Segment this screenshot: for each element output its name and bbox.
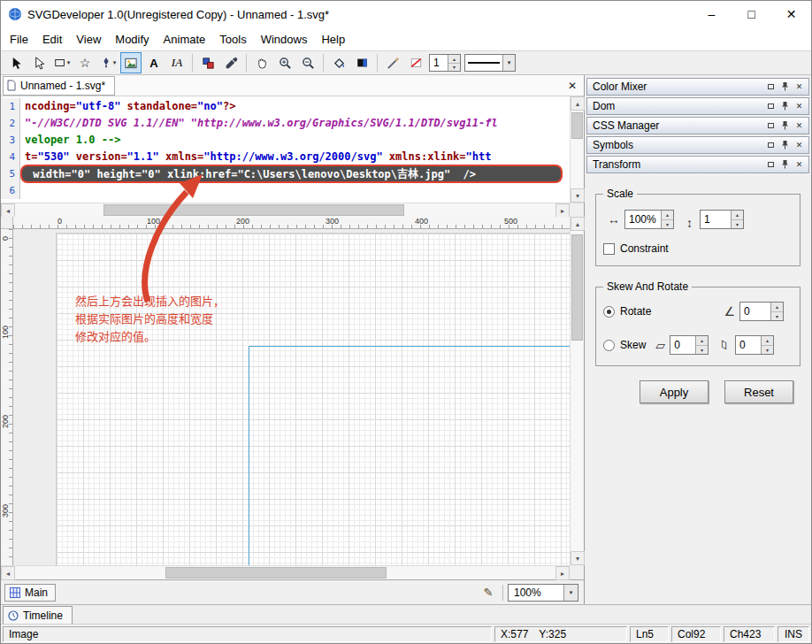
scale-y-value[interactable]: 1 (701, 211, 731, 228)
canvas-vscroll-thumb[interactable] (571, 234, 583, 341)
code-vscrollbar[interactable]: ▴ ▾ (570, 96, 584, 203)
spin-up-button[interactable]: ▴ (662, 211, 673, 219)
fill-swatch-button[interactable] (351, 52, 372, 73)
code-line-5[interactable]: 5 width="0" height="0" xlink:href="C:\Us… (1, 165, 570, 182)
canvas-viewport[interactable] (13, 229, 570, 565)
stroke-width-spinner[interactable]: 1 ▴ ▾ (429, 54, 461, 72)
code-hscroll-thumb[interactable] (103, 204, 404, 216)
menu-item-file[interactable]: File (3, 30, 35, 49)
panel-header-transform[interactable]: Transform✕ (586, 156, 809, 173)
menu-item-animate[interactable]: Animate (157, 30, 213, 49)
panel-close-button[interactable]: ✕ (793, 81, 805, 93)
panel-pin-button[interactable] (779, 159, 791, 171)
panel-header-color-mixer[interactable]: Color Mixer✕ (586, 78, 809, 96)
maximize-button[interactable]: □ (732, 1, 771, 27)
menu-item-edit[interactable]: Edit (35, 30, 69, 49)
code-line-2[interactable]: 2"-//W3C//DTD SVG 1.1//EN" "http://www.w… (1, 115, 570, 132)
apply-button[interactable]: Apply (640, 380, 709, 403)
direct-select-tool-button[interactable] (28, 52, 50, 73)
canvas-hscroll-thumb[interactable] (165, 567, 387, 579)
skew-y-spinner[interactable]: 0 ▴▾ (735, 335, 774, 355)
scroll-down-button[interactable]: ▾ (571, 551, 585, 565)
scale-x-spinner[interactable]: 100% ▴▾ (624, 210, 674, 229)
panel-close-button[interactable]: ✕ (793, 159, 805, 171)
code-line-4[interactable]: 4t="530" version="1.1" xmlns="http://www… (1, 149, 570, 165)
panel-restore-button[interactable] (765, 81, 777, 93)
panel-pin-button[interactable] (779, 81, 791, 93)
document-close-button[interactable]: ✕ (561, 80, 584, 92)
spin-up-button[interactable]: ▴ (771, 303, 783, 311)
constraint-checkbox[interactable] (603, 243, 615, 255)
skew-x-value[interactable]: 0 (670, 336, 695, 354)
panel-restore-button[interactable] (765, 101, 777, 112)
scroll-right-button[interactable]: ▸ (555, 566, 570, 580)
image-tool-button[interactable] (120, 52, 142, 73)
scroll-down-button[interactable]: ▾ (571, 188, 585, 203)
select-tool-button[interactable] (5, 52, 27, 73)
reset-button[interactable]: Reset (724, 380, 793, 403)
spin-up-button[interactable]: ▴ (696, 336, 708, 345)
code-line-6[interactable]: 6 (1, 182, 570, 199)
line-style-combo[interactable]: ▾ (464, 54, 516, 72)
scroll-left-button[interactable]: ◂ (1, 566, 15, 580)
scroll-right-button[interactable]: ▸ (555, 203, 570, 218)
spin-down-button[interactable]: ▾ (696, 345, 708, 355)
canvas-hscroll-track[interactable] (15, 566, 555, 579)
canvas-vscrollbar[interactable]: ▴ ▾ (570, 217, 584, 565)
code-lines[interactable]: 1ncoding="utf-8" standalone="no"?>2"-//W… (1, 96, 570, 203)
code-vscroll-thumb[interactable] (571, 112, 583, 139)
zoom-value[interactable]: 100% (509, 586, 563, 599)
skew-radio[interactable] (603, 340, 615, 351)
zoom-combo[interactable]: 100% ▾ (508, 584, 578, 602)
minimize-button[interactable]: – (692, 1, 732, 27)
zoom-in-tool-button[interactable] (274, 52, 295, 73)
spin-down-button[interactable]: ▾ (771, 311, 783, 321)
panel-pin-button[interactable] (779, 140, 791, 151)
code-editor[interactable]: 1ncoding="utf-8" standalone="no"?>2"-//W… (1, 96, 584, 203)
code-vscroll-track[interactable] (571, 111, 584, 188)
skew-x-spinner[interactable]: 0 ▴▾ (670, 335, 709, 355)
color-swap-tool-button[interactable] (197, 52, 218, 73)
spin-up-button[interactable]: ▴ (762, 336, 773, 345)
star-tool-button[interactable]: ☆ (74, 52, 96, 73)
canvas-hscrollbar[interactable]: ◂ ▸ (1, 565, 570, 579)
rotate-spinner[interactable]: 0 ▴▾ (739, 302, 784, 321)
eyedropper-tool-button[interactable] (220, 52, 241, 73)
panel-header-symbols[interactable]: Symbols✕ (586, 136, 809, 154)
stroke-swatch-button[interactable] (405, 52, 426, 73)
italic-text-tool-button[interactable]: IA (166, 52, 188, 73)
menu-item-help[interactable]: Help (314, 30, 352, 49)
canvas-vscroll-track[interactable] (571, 231, 584, 551)
scroll-up-button[interactable]: ▴ (571, 217, 585, 231)
spin-up-button[interactable]: ▴ (448, 55, 460, 63)
spin-up-button[interactable]: ▴ (732, 211, 743, 219)
code-line-1[interactable]: 1ncoding="utf-8" standalone="no"?> (1, 98, 570, 115)
panel-restore-button[interactable] (765, 159, 777, 171)
stroke-pencil-button[interactable] (382, 52, 403, 73)
close-button[interactable]: ✕ (771, 1, 811, 27)
rotate-value[interactable]: 0 (740, 303, 770, 320)
hand-tool-button[interactable] (251, 52, 272, 73)
zoom-out-tool-button[interactable] (297, 52, 318, 73)
menu-item-windows[interactable]: Windows (254, 30, 315, 49)
panel-close-button[interactable]: ✕ (793, 140, 805, 151)
scroll-up-button[interactable]: ▴ (571, 96, 585, 111)
code-hscroll-track[interactable] (15, 203, 555, 217)
panel-close-button[interactable]: ✕ (793, 120, 805, 132)
panel-header-css-manager[interactable]: CSS Manager✕ (586, 117, 809, 134)
main-view-tab[interactable]: Main (4, 584, 56, 602)
spin-down-button[interactable]: ▾ (448, 63, 460, 72)
rect-tool-button[interactable]: ▾ (51, 52, 73, 73)
panel-restore-button[interactable] (765, 140, 777, 151)
scroll-left-button[interactable]: ◂ (1, 203, 15, 218)
spin-down-button[interactable]: ▾ (732, 219, 743, 229)
text-tool-button[interactable]: A (143, 52, 165, 73)
panel-header-dom[interactable]: Dom✕ (586, 97, 809, 115)
menu-item-modify[interactable]: Modify (108, 30, 156, 49)
menu-item-tools[interactable]: Tools (212, 30, 253, 49)
spin-down-button[interactable]: ▾ (662, 219, 673, 229)
panel-pin-button[interactable] (779, 101, 791, 112)
panel-pin-button[interactable] (779, 120, 791, 132)
rotate-radio[interactable] (603, 306, 615, 318)
spin-down-button[interactable]: ▾ (762, 345, 773, 355)
